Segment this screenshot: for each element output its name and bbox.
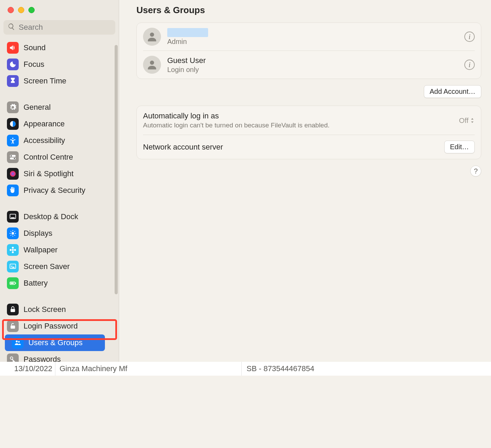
users-card: Anil Bagga Admin i Guest User Login only… [136,23,481,79]
page-title: Users & Groups [136,5,481,23]
network-server-row: Network account server Edit… [143,135,475,159]
sidebar-item-wallpaper[interactable]: Wallpaper [0,242,119,258]
lock-open-icon [7,320,19,332]
sidebar-item-desktop-dock[interactable]: Desktop & Dock [0,208,119,225]
info-button[interactable]: i [464,60,475,70]
sidebar-scrollbar-thumb[interactable] [115,45,118,294]
chevron-up-down-icon [470,116,475,125]
svg-rect-19 [11,283,14,284]
accessibility-icon [7,135,19,146]
sun-icon [7,227,19,239]
login-settings-card: Automatically log in as Automatic login … [136,106,481,159]
avatar [143,28,161,46]
lock-icon [7,304,19,315]
svg-point-14 [14,249,16,251]
screensaver-icon [7,261,19,272]
sidebar-item-label: Siri & Spotlight [24,169,73,178]
background-table-row: 13/10/2022 Ginza Machinery Mf SB - 87354… [0,362,491,376]
sidebar-item-label: Battery [24,279,48,288]
dock-icon [7,211,19,223]
autologin-value: Off [459,116,468,125]
sidebar-item-sound[interactable]: Sound [0,39,119,56]
sidebar-item-label: Passwords [24,355,61,362]
sidebar-item-label: Appearance [24,119,65,128]
sidebar: SoundFocusScreen TimeGeneralAppearanceAc… [0,0,119,362]
svg-point-23 [18,341,20,343]
autologin-row: Automatically log in as Automatic login … [137,106,481,135]
user-role: Login only [167,66,458,74]
svg-point-12 [12,251,14,253]
svg-point-1 [12,138,14,139]
sidebar-item-accessibility[interactable]: Accessibility [0,132,119,149]
svg-point-4 [11,155,12,157]
sidebar-item-label: Login Password [24,322,78,331]
svg-rect-18 [15,283,16,284]
hand-icon [7,185,19,196]
sidebar-item-users-groups[interactable]: Users & Groups [5,334,105,351]
svg-point-9 [11,232,14,234]
sidebar-item-focus[interactable]: Focus [0,56,119,73]
close-window-button[interactable] [8,7,14,13]
svg-point-6 [10,171,16,177]
sidebar-item-label: Sound [24,43,46,52]
search-input[interactable] [19,23,111,32]
siri-icon [7,168,19,180]
users-icon [12,337,24,349]
search-icon [8,23,15,32]
sidebar-item-label: Privacy & Security [24,186,86,195]
sidebar-item-battery[interactable]: Battery [0,275,119,292]
content-pane: Users & Groups Anil Bagga Admin i Guest … [119,0,491,362]
bg-desc: Ginza Machinery Mf [55,362,242,376]
search-field[interactable] [3,20,115,35]
svg-point-26 [150,61,154,65]
sidebar-item-login-password[interactable]: Login Password [0,318,119,334]
sidebar-item-label: Wallpaper [24,245,57,254]
switches-icon [7,151,19,163]
zoom-window-button[interactable] [28,7,35,13]
sidebar-item-label: Lock Screen [24,305,66,314]
sidebar-item-screen-time[interactable]: Screen Time [0,73,119,89]
sidebar-item-lock-screen[interactable]: Lock Screen [0,301,119,318]
sidebar-item-label: Displays [24,229,52,238]
svg-point-5 [14,158,15,159]
moon-icon [7,59,19,70]
window-controls [0,0,119,20]
battery-icon [7,277,19,289]
svg-point-10 [12,249,14,251]
svg-point-16 [11,266,12,267]
avatar [143,56,161,74]
user-name: Anil Bagga [167,28,208,37]
user-row[interactable]: Anil Bagga Admin i [137,23,481,51]
sidebar-item-passwords[interactable]: Passwords [0,351,119,362]
sidebar-item-privacy-security[interactable]: Privacy & Security [0,182,119,199]
sidebar-list[interactable]: SoundFocusScreen TimeGeneralAppearanceAc… [0,39,119,362]
user-role: Admin [167,38,458,46]
hourglass-icon [7,75,19,87]
help-button[interactable]: ? [470,165,481,177]
bg-date: 13/10/2022 [0,362,55,376]
autologin-select[interactable]: Off [459,116,475,125]
sidebar-item-label: Screen Time [24,77,66,86]
add-account-button[interactable]: Add Account… [424,85,481,98]
svg-point-24 [10,357,13,359]
svg-point-11 [12,247,14,249]
edit-button[interactable]: Edit… [444,141,475,153]
gear-icon [7,101,19,113]
info-button[interactable]: i [464,32,475,42]
sidebar-item-label: Control Centre [24,153,73,162]
sidebar-item-screen-saver[interactable]: Screen Saver [0,258,119,275]
sidebar-item-siri-spotlight[interactable]: Siri & Spotlight [0,165,119,182]
svg-point-22 [16,341,18,343]
sidebar-item-appearance[interactable]: Appearance [0,116,119,132]
bg-ref: SB - 873544467854 [242,362,491,376]
flower-icon [7,244,19,256]
key-icon [7,353,19,362]
user-row[interactable]: Guest User Login only i [143,51,475,79]
minimize-window-button[interactable] [18,7,24,13]
sidebar-item-label: Accessibility [24,136,65,145]
settings-window: SoundFocusScreen TimeGeneralAppearanceAc… [0,0,491,362]
sidebar-item-control-centre[interactable]: Control Centre [0,149,119,165]
sidebar-item-displays[interactable]: Displays [0,225,119,242]
sidebar-item-general[interactable]: General [0,99,119,116]
autologin-sub: Automatic login can't be turned on becau… [143,122,453,129]
